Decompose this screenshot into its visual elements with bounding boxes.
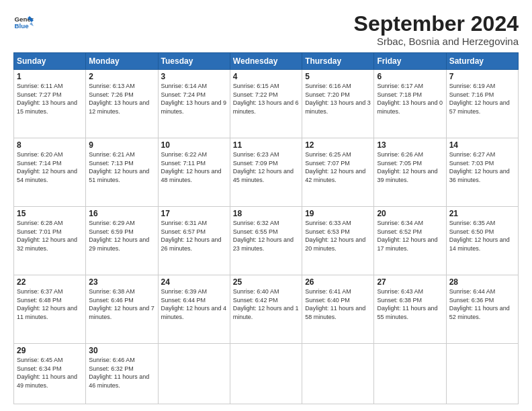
day-info: Sunrise: 6:46 AMSunset: 6:32 PMDaylight:… bbox=[89, 357, 149, 389]
header-row: Sunday Monday Tuesday Wednesday Thursday… bbox=[14, 53, 519, 70]
table-row: 29Sunrise: 6:45 AMSunset: 6:34 PMDayligh… bbox=[14, 344, 86, 404]
day-number: 2 bbox=[89, 72, 154, 81]
day-info: Sunrise: 6:43 AMSunset: 6:38 PMDaylight:… bbox=[377, 288, 437, 320]
day-number: 13 bbox=[377, 140, 443, 150]
calendar-week-row: 22Sunrise: 6:37 AMSunset: 6:48 PMDayligh… bbox=[14, 275, 519, 344]
table-row bbox=[230, 344, 302, 404]
day-number: 9 bbox=[89, 140, 154, 150]
table-row: 2Sunrise: 6:13 AMSunset: 7:26 PMDaylight… bbox=[86, 70, 158, 138]
day-number: 4 bbox=[233, 72, 299, 81]
day-info: Sunrise: 6:27 AMSunset: 7:03 PMDaylight:… bbox=[449, 151, 510, 183]
col-monday: Monday bbox=[86, 53, 158, 70]
svg-marker-3 bbox=[30, 22, 34, 26]
day-number: 17 bbox=[161, 209, 227, 218]
table-row: 14Sunrise: 6:27 AMSunset: 7:03 PMDayligh… bbox=[446, 138, 518, 207]
day-number: 10 bbox=[161, 140, 227, 150]
day-number: 3 bbox=[161, 72, 227, 81]
day-info: Sunrise: 6:21 AMSunset: 7:13 PMDaylight:… bbox=[89, 151, 149, 183]
table-row: 23Sunrise: 6:38 AMSunset: 6:46 PMDayligh… bbox=[86, 275, 158, 344]
table-row: 4Sunrise: 6:15 AMSunset: 7:22 PMDaylight… bbox=[230, 70, 302, 138]
day-info: Sunrise: 6:31 AMSunset: 6:57 PMDaylight:… bbox=[161, 220, 222, 252]
table-row: 17Sunrise: 6:31 AMSunset: 6:57 PMDayligh… bbox=[158, 207, 230, 275]
table-row: 21Sunrise: 6:35 AMSunset: 6:50 PMDayligh… bbox=[446, 207, 518, 275]
calendar-week-row: 15Sunrise: 6:28 AMSunset: 7:01 PMDayligh… bbox=[14, 207, 519, 275]
day-info: Sunrise: 6:17 AMSunset: 7:18 PMDaylight:… bbox=[377, 83, 443, 115]
day-number: 24 bbox=[161, 277, 227, 287]
col-saturday: Saturday bbox=[446, 53, 518, 70]
table-row: 30Sunrise: 6:46 AMSunset: 6:32 PMDayligh… bbox=[86, 344, 158, 404]
table-row bbox=[302, 344, 374, 404]
day-info: Sunrise: 6:39 AMSunset: 6:44 PMDaylight:… bbox=[161, 288, 227, 320]
table-row: 15Sunrise: 6:28 AMSunset: 7:01 PMDayligh… bbox=[14, 207, 86, 275]
table-row bbox=[374, 344, 446, 404]
day-number: 11 bbox=[233, 140, 299, 150]
day-number: 26 bbox=[305, 277, 371, 287]
col-friday: Friday bbox=[374, 53, 446, 70]
day-number: 16 bbox=[89, 209, 154, 218]
day-info: Sunrise: 6:33 AMSunset: 6:53 PMDaylight:… bbox=[305, 220, 365, 252]
day-number: 25 bbox=[233, 277, 299, 287]
subtitle: Srbac, Bosnia and Herzegovina bbox=[354, 36, 519, 47]
table-row: 19Sunrise: 6:33 AMSunset: 6:53 PMDayligh… bbox=[302, 207, 374, 275]
col-wednesday: Wednesday bbox=[230, 53, 302, 70]
table-row: 11Sunrise: 6:23 AMSunset: 7:09 PMDayligh… bbox=[230, 138, 302, 207]
col-sunday: Sunday bbox=[14, 53, 86, 70]
table-row: 12Sunrise: 6:25 AMSunset: 7:07 PMDayligh… bbox=[302, 138, 374, 207]
day-number: 19 bbox=[305, 209, 371, 218]
day-info: Sunrise: 6:14 AMSunset: 7:24 PMDaylight:… bbox=[161, 83, 227, 115]
day-number: 12 bbox=[305, 140, 371, 150]
day-info: Sunrise: 6:35 AMSunset: 6:50 PMDaylight:… bbox=[449, 220, 510, 252]
day-number: 30 bbox=[89, 346, 154, 355]
day-number: 18 bbox=[233, 209, 299, 218]
table-row: 9Sunrise: 6:21 AMSunset: 7:13 PMDaylight… bbox=[86, 138, 158, 207]
svg-text:Blue: Blue bbox=[15, 22, 30, 30]
calendar-table: Sunday Monday Tuesday Wednesday Thursday… bbox=[13, 52, 519, 404]
table-row: 25Sunrise: 6:40 AMSunset: 6:42 PMDayligh… bbox=[230, 275, 302, 344]
day-info: Sunrise: 6:22 AMSunset: 7:11 PMDaylight:… bbox=[161, 151, 222, 183]
table-row: 13Sunrise: 6:26 AMSunset: 7:05 PMDayligh… bbox=[374, 138, 446, 207]
day-info: Sunrise: 6:11 AMSunset: 7:27 PMDaylight:… bbox=[17, 83, 77, 115]
table-row: 24Sunrise: 6:39 AMSunset: 6:44 PMDayligh… bbox=[158, 275, 230, 344]
day-number: 8 bbox=[17, 140, 83, 150]
day-number: 1 bbox=[17, 72, 83, 81]
day-info: Sunrise: 6:23 AMSunset: 7:09 PMDaylight:… bbox=[233, 151, 294, 183]
header: General Blue September 2024 Srbac, Bosni… bbox=[13, 12, 519, 47]
day-info: Sunrise: 6:38 AMSunset: 6:46 PMDaylight:… bbox=[89, 288, 154, 320]
month-title: September 2024 bbox=[354, 12, 519, 36]
table-row: 16Sunrise: 6:29 AMSunset: 6:59 PMDayligh… bbox=[86, 207, 158, 275]
page: General Blue September 2024 Srbac, Bosni… bbox=[0, 0, 532, 411]
table-row: 18Sunrise: 6:32 AMSunset: 6:55 PMDayligh… bbox=[230, 207, 302, 275]
day-info: Sunrise: 6:19 AMSunset: 7:16 PMDaylight:… bbox=[449, 83, 510, 115]
day-info: Sunrise: 6:34 AMSunset: 6:52 PMDaylight:… bbox=[377, 220, 437, 252]
day-info: Sunrise: 6:13 AMSunset: 7:26 PMDaylight:… bbox=[89, 83, 149, 115]
day-number: 14 bbox=[449, 140, 515, 150]
table-row: 8Sunrise: 6:20 AMSunset: 7:14 PMDaylight… bbox=[14, 138, 86, 207]
day-number: 7 bbox=[449, 72, 515, 81]
table-row: 6Sunrise: 6:17 AMSunset: 7:18 PMDaylight… bbox=[374, 70, 446, 138]
calendar-week-row: 1Sunrise: 6:11 AMSunset: 7:27 PMDaylight… bbox=[14, 70, 519, 138]
table-row: 1Sunrise: 6:11 AMSunset: 7:27 PMDaylight… bbox=[14, 70, 86, 138]
day-number: 20 bbox=[377, 209, 443, 218]
day-info: Sunrise: 6:20 AMSunset: 7:14 PMDaylight:… bbox=[17, 151, 77, 183]
day-number: 29 bbox=[17, 346, 83, 355]
day-number: 28 bbox=[449, 277, 515, 287]
col-tuesday: Tuesday bbox=[158, 53, 230, 70]
table-row: 22Sunrise: 6:37 AMSunset: 6:48 PMDayligh… bbox=[14, 275, 86, 344]
day-number: 15 bbox=[17, 209, 83, 218]
table-row: 27Sunrise: 6:43 AMSunset: 6:38 PMDayligh… bbox=[374, 275, 446, 344]
day-info: Sunrise: 6:32 AMSunset: 6:55 PMDaylight:… bbox=[233, 220, 294, 252]
day-info: Sunrise: 6:40 AMSunset: 6:42 PMDaylight:… bbox=[233, 288, 299, 320]
table-row bbox=[158, 344, 230, 404]
day-info: Sunrise: 6:26 AMSunset: 7:05 PMDaylight:… bbox=[377, 151, 437, 183]
day-info: Sunrise: 6:15 AMSunset: 7:22 PMDaylight:… bbox=[233, 83, 299, 115]
day-number: 22 bbox=[17, 277, 83, 287]
day-info: Sunrise: 6:45 AMSunset: 6:34 PMDaylight:… bbox=[17, 357, 77, 389]
table-row bbox=[446, 344, 518, 404]
table-row: 7Sunrise: 6:19 AMSunset: 7:16 PMDaylight… bbox=[446, 70, 518, 138]
table-row: 5Sunrise: 6:16 AMSunset: 7:20 PMDaylight… bbox=[302, 70, 374, 138]
day-number: 23 bbox=[89, 277, 154, 287]
calendar-week-row: 8Sunrise: 6:20 AMSunset: 7:14 PMDaylight… bbox=[14, 138, 519, 207]
table-row: 28Sunrise: 6:44 AMSunset: 6:36 PMDayligh… bbox=[446, 275, 518, 344]
table-row: 20Sunrise: 6:34 AMSunset: 6:52 PMDayligh… bbox=[374, 207, 446, 275]
day-number: 27 bbox=[377, 277, 443, 287]
